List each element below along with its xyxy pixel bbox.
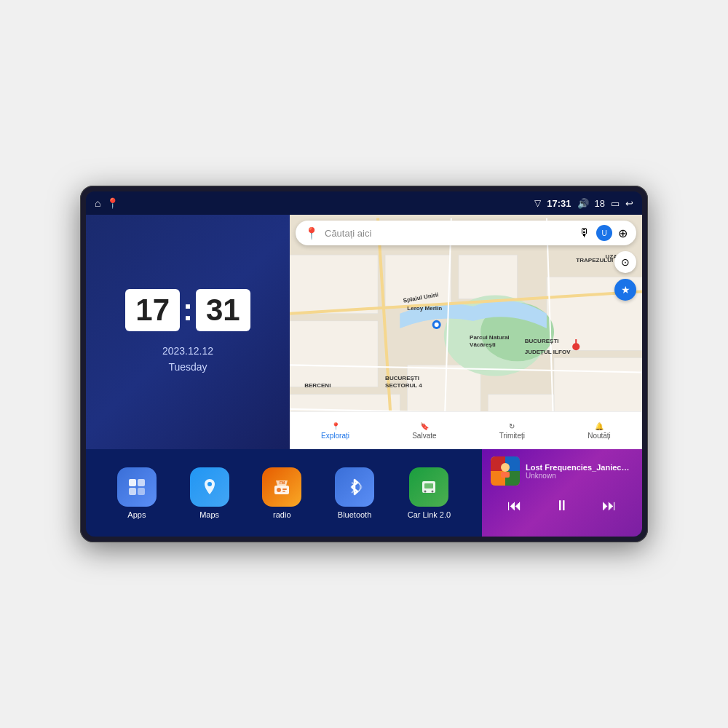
navigate-button[interactable]: ★ (614, 279, 636, 301)
svg-rect-1 (290, 255, 378, 314)
svg-rect-42 (282, 488, 287, 490)
status-right-info: ▽ 17:31 🔊 18 ▭ ↩ (534, 198, 633, 209)
svg-rect-4 (459, 255, 518, 299)
layer-icon[interactable]: ⊕ (618, 226, 628, 240)
carlink-icon (409, 467, 448, 507)
svg-point-41 (277, 488, 281, 492)
explore-icon: 📍 (331, 422, 340, 430)
play-pause-button[interactable]: ⏸ (549, 494, 575, 517)
music-artist: Unknown (526, 472, 633, 480)
music-title: Lost Frequencies_Janieck Devy-... (526, 463, 633, 472)
svg-rect-38 (138, 488, 145, 495)
svg-rect-54 (501, 472, 510, 478)
svg-text:BUCUREȘTI: BUCUREȘTI (525, 338, 559, 344)
date-display: 2023.12.12 Tuesday (162, 343, 213, 376)
apps-icon (117, 467, 157, 507)
status-left-icons: ⌂ 📍 (95, 197, 119, 209)
map-search-bar[interactable]: 📍 Căutați aici 🎙 U ⊕ (296, 221, 636, 245)
svg-point-39 (207, 482, 212, 486)
news-icon: 🔔 (595, 422, 604, 430)
music-thumbnail (491, 456, 520, 486)
next-button[interactable]: ⏭ (596, 494, 622, 517)
nav-item-news[interactable]: 🔔 Noutăți (587, 422, 611, 440)
nav-label-explore: Explorați (321, 432, 349, 440)
radio-icon: FM (262, 467, 301, 507)
svg-text:SECTORUL 4: SECTORUL 4 (385, 382, 422, 389)
svg-rect-37 (129, 488, 136, 495)
music-top: Lost Frequencies_Janieck Devy-... Unknow… (491, 456, 633, 486)
send-icon: ↻ (509, 422, 515, 430)
clock-minutes: 31 (196, 289, 250, 331)
music-controls: ⏮ ⏸ ⏭ (491, 494, 633, 517)
main-content: 17 : 31 2023.12.12 Tuesday (86, 215, 642, 537)
svg-text:JUDEȚUL ILFOV: JUDEȚUL ILFOV (525, 349, 571, 355)
map-right-buttons: ⊙ ★ (614, 251, 636, 301)
svg-rect-36 (138, 479, 145, 486)
svg-text:BERCENI: BERCENI (304, 382, 331, 389)
maps-status-icon[interactable]: 📍 (106, 197, 119, 209)
app-label-carlink: Car Link 2.0 (408, 510, 451, 519)
device-screen: ⌂ 📍 ▽ 17:31 🔊 18 ▭ ↩ 17 : (86, 191, 642, 537)
nav-item-send[interactable]: ↻ Trimiteți (499, 422, 525, 440)
mic-icon[interactable]: 🎙 (579, 226, 590, 240)
map-nav-bar: 📍 Explorați 🔖 Salvate ↻ Trimiteți 🔔 (290, 411, 642, 449)
svg-rect-43 (282, 491, 285, 492)
svg-text:Parcul Natural: Parcul Natural (470, 334, 510, 341)
app-label-apps: Apps (127, 510, 146, 519)
clock-colon: : (183, 293, 193, 328)
svg-point-31 (435, 323, 439, 327)
location-button[interactable]: ⊙ (614, 251, 636, 273)
music-panel: Lost Frequencies_Janieck Devy-... Unknow… (482, 449, 642, 537)
maps-icon (190, 467, 229, 507)
svg-rect-9 (554, 357, 642, 416)
apps-panel: Apps Maps (86, 449, 482, 537)
status-bar: ⌂ 📍 ▽ 17:31 🔊 18 ▭ ↩ (86, 191, 642, 215)
app-item-bluetooth[interactable]: Bluetooth (335, 467, 374, 519)
app-label-bluetooth: Bluetooth (338, 510, 371, 519)
saved-icon: 🔖 (420, 422, 429, 430)
app-label-maps: Maps (199, 510, 219, 519)
app-item-apps[interactable]: Apps (117, 467, 157, 519)
clock-panel: 17 : 31 2023.12.12 Tuesday (86, 215, 290, 449)
time-display: 17:31 (547, 198, 571, 209)
svg-text:Leroy Merlin: Leroy Merlin (407, 305, 442, 312)
nav-label-send: Trimiteți (499, 432, 525, 440)
music-info: Lost Frequencies_Janieck Devy-... Unknow… (526, 463, 633, 480)
svg-text:BUCUREȘTI: BUCUREȘTI (385, 375, 419, 381)
top-section: 17 : 31 2023.12.12 Tuesday (86, 215, 642, 449)
nav-item-explore[interactable]: 📍 Explorați (321, 422, 349, 440)
home-icon[interactable]: ⌂ (95, 197, 100, 209)
nav-label-news: Noutăți (587, 432, 611, 440)
svg-point-53 (501, 463, 510, 472)
svg-rect-2 (290, 321, 378, 387)
svg-rect-35 (129, 479, 136, 486)
app-item-radio[interactable]: FM radio (262, 467, 301, 519)
device-frame: ⌂ 📍 ▽ 17:31 🔊 18 ▭ ↩ 17 : (80, 186, 648, 542)
app-item-carlink[interactable]: Car Link 2.0 (408, 467, 451, 519)
svg-text:Văcărești: Văcărești (470, 341, 496, 348)
svg-point-48 (432, 490, 434, 492)
svg-point-47 (424, 490, 427, 492)
prev-button[interactable]: ⏮ (502, 494, 528, 517)
clock-display: 17 : 31 (125, 289, 250, 331)
volume-icon: 🔊 (577, 198, 589, 209)
nav-label-saved: Salvate (412, 432, 436, 440)
map-pin-icon: 📍 (304, 226, 319, 240)
svg-rect-46 (424, 483, 433, 488)
clock-hours: 17 (125, 289, 180, 331)
bluetooth-icon (335, 467, 374, 507)
date-value: 2023.12.12 (162, 343, 213, 359)
volume-level: 18 (595, 198, 605, 209)
svg-text:FM: FM (280, 480, 285, 485)
nav-item-saved[interactable]: 🔖 Salvate (412, 422, 436, 440)
battery-icon: ▭ (611, 198, 620, 209)
search-placeholder: Căutați aici (325, 228, 573, 239)
signal-icon: ▽ (534, 198, 541, 208)
app-label-radio: radio (273, 510, 290, 519)
app-item-maps[interactable]: Maps (190, 467, 229, 519)
day-value: Tuesday (162, 359, 213, 375)
map-panel[interactable]: BUCUREȘTI JUDEȚUL ILFOV TRAPEZULUI BERCE… (290, 215, 642, 449)
avatar-icon[interactable]: U (596, 225, 612, 241)
back-icon[interactable]: ↩ (625, 198, 633, 209)
bottom-section: Apps Maps (86, 449, 642, 537)
